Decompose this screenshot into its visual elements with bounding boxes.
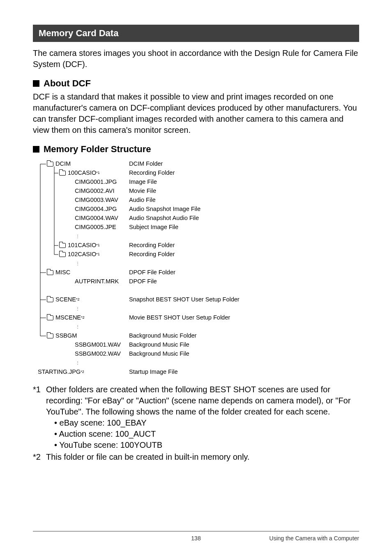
footnote-1-bullet: Auction scene: 100_AUCT: [46, 428, 359, 440]
tree-row: 100CASIO *1 Recording Folder: [35, 169, 359, 178]
footnote-1-bullet: YouTube scene: 100YOUTB: [46, 440, 359, 451]
square-bullet-icon: [33, 80, 39, 87]
tree-item-desc: Recording Folder: [129, 169, 359, 178]
tree-row: MSCENE *2 Movie BEST SHOT User Setup Fol…: [35, 313, 359, 322]
tree-item-name: SSBGM002.WAV: [75, 350, 121, 359]
section-title: Memory Card Data: [33, 25, 359, 42]
footnote-1: *1 Other folders are created when the fo…: [33, 384, 359, 451]
tree-row: CIMG0001.JPG Image File: [35, 178, 359, 187]
tree-row: STARTING.JPG *2 Startup Image File: [35, 368, 359, 377]
folder-structure-label: Memory Folder Structure: [44, 144, 151, 155]
tree-item-desc: Background Music Folder: [129, 331, 359, 340]
page-number: 138: [191, 535, 201, 542]
folder-icon: [59, 171, 66, 176]
about-dcf-text: DCF is a standard that makes it possible…: [33, 91, 359, 136]
tree-vdots: ⋮: [35, 259, 359, 268]
footer-chapter-title: Using the Camera with a Computer: [269, 535, 359, 542]
tree-item-name: CIMG0004.WAV: [75, 214, 118, 223]
tree-row: AUTPRINT.MRK DPOF File: [35, 277, 359, 286]
tree-item-name: MSCENE: [55, 313, 81, 322]
folder-icon: [59, 252, 66, 257]
tree-row: MISC DPOF File Folder: [35, 268, 359, 277]
tree-item-desc: Background Music File: [129, 340, 359, 350]
tree-item-desc: Recording Folder: [129, 241, 359, 250]
folder-icon: [47, 297, 53, 302]
footnote-2-marker: *2: [33, 451, 46, 463]
tree-row: CIMG0004.JPG Audio Snapshot Image File: [35, 205, 359, 214]
tree-item-name: SSBGM001.WAV: [75, 340, 121, 350]
tree-row: SSBGM001.WAV Background Music File: [35, 340, 359, 350]
tree-item-name: CIMG0005.JPE: [75, 223, 116, 232]
tree-item-name: MISC: [55, 268, 70, 277]
tree-item-name: 100CASIO: [68, 169, 96, 178]
tree-row: CIMG0002.AVI Movie File: [35, 187, 359, 196]
tree-row: 101CASIO *1 Recording Folder: [35, 241, 359, 250]
footnote-1-text: Other folders are created when the follo…: [46, 384, 359, 417]
tree-item-desc: Startup Image File: [129, 368, 359, 377]
tree-item-desc: Recording Folder: [129, 250, 359, 259]
tree-item-desc: Background Music File: [129, 350, 359, 359]
tree-item-name: CIMG0004.JPG: [75, 205, 117, 214]
intro-paragraph: The camera stores images you shoot in ac…: [33, 48, 359, 70]
about-dcf-heading: About DCF: [33, 78, 359, 89]
footnote-1-marker: *1: [33, 384, 46, 451]
tree-item-name: CIMG0003.WAV: [75, 196, 118, 205]
tree-item-name: STARTING.JPG: [38, 368, 81, 377]
about-dcf-label: About DCF: [44, 78, 91, 89]
tree-item-name: CIMG0001.JPG: [75, 178, 117, 187]
footnote-2: *2 This folder or file can be created in…: [33, 451, 359, 463]
footnote-2-text: This folder or file can be created in bu…: [46, 451, 359, 463]
tree-item-desc: Audio Snapshot Image File: [129, 205, 359, 214]
tree-item-desc: Audio Snapshot Audio File: [129, 214, 359, 223]
tree-item-desc: Movie BEST SHOT User Setup Folder: [129, 313, 359, 322]
tree-row: CIMG0005.JPE Subject Image File: [35, 223, 359, 232]
square-bullet-icon: [33, 146, 39, 153]
page-footer: 138 Using the Camera with a Computer: [33, 531, 359, 542]
folder-icon: [47, 270, 53, 275]
tree-item-name: SCENE: [55, 295, 76, 304]
tree-item-desc: DPOF File Folder: [129, 268, 359, 277]
tree-vdots: ⋮: [35, 232, 359, 241]
tree-item-name: 101CASIO: [68, 241, 96, 250]
tree-vdots: ⋮: [35, 304, 359, 313]
tree-row: 102CASIO *1 Recording Folder: [35, 250, 359, 259]
tree-item-name: CIMG0002.AVI: [75, 187, 114, 196]
tree-row: CIMG0004.WAV Audio Snapshot Audio File: [35, 214, 359, 223]
tree-item-name: AUTPRINT.MRK: [75, 277, 119, 286]
tree-item-desc: Subject Image File: [129, 223, 359, 232]
tree-row: SCENE *2 Snapshot BEST SHOT User Setup F…: [35, 295, 359, 304]
folder-icon: [47, 333, 53, 338]
tree-item-desc: DPOF File: [129, 277, 359, 286]
footnotes: *1 Other folders are created when the fo…: [33, 384, 359, 463]
tree-item-desc: Movie File: [129, 187, 359, 196]
folder-structure-tree: DCIM DCIM Folder 100CASIO *1 Recording F…: [35, 160, 359, 377]
footnote-1-bullet: eBay scene: 100_EBAY: [46, 417, 359, 428]
tree-item-desc: DCIM Folder: [129, 160, 359, 169]
tree-row: SSBGM002.WAV Background Music File: [35, 350, 359, 359]
tree-item-desc: Image File: [129, 178, 359, 187]
folder-icon: [47, 315, 53, 320]
tree-vdots: ⋮: [35, 322, 359, 331]
tree-item-name: DCIM: [55, 160, 71, 169]
folder-icon: [59, 243, 66, 248]
tree-item-desc: Audio File: [129, 196, 359, 205]
tree-row: DCIM DCIM Folder: [35, 160, 359, 169]
tree-row: CIMG0003.WAV Audio File: [35, 196, 359, 205]
tree-row: SSBGM Background Music Folder: [35, 331, 359, 340]
tree-item-name: SSBGM: [55, 331, 77, 340]
tree-vdots: ⋮: [35, 359, 359, 368]
tree-item-desc: Snapshot BEST SHOT User Setup Folder: [129, 295, 359, 304]
folder-structure-heading: Memory Folder Structure: [33, 144, 359, 155]
tree-item-name: 102CASIO: [68, 250, 96, 259]
folder-icon: [47, 162, 53, 167]
